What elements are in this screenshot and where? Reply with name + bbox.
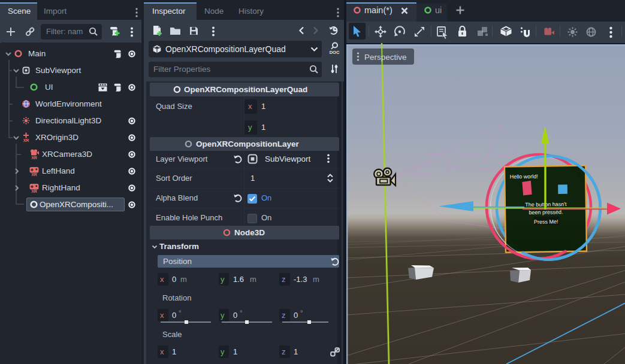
svg-text:XR: XR (31, 156, 37, 160)
svg-text:XR: XR (31, 172, 37, 177)
svg-text:XR: XR (31, 189, 37, 193)
svg-text:been pressed.: been pressed. (529, 209, 563, 216)
svg-text:XR: XR (23, 138, 29, 142)
svg-text:DOC: DOC (330, 50, 340, 55)
svg-text:Press Me!: Press Me! (534, 219, 558, 225)
svg-text:Hello world!: Hello world! (510, 174, 538, 180)
svg-text:Perspective: Perspective (364, 53, 407, 62)
